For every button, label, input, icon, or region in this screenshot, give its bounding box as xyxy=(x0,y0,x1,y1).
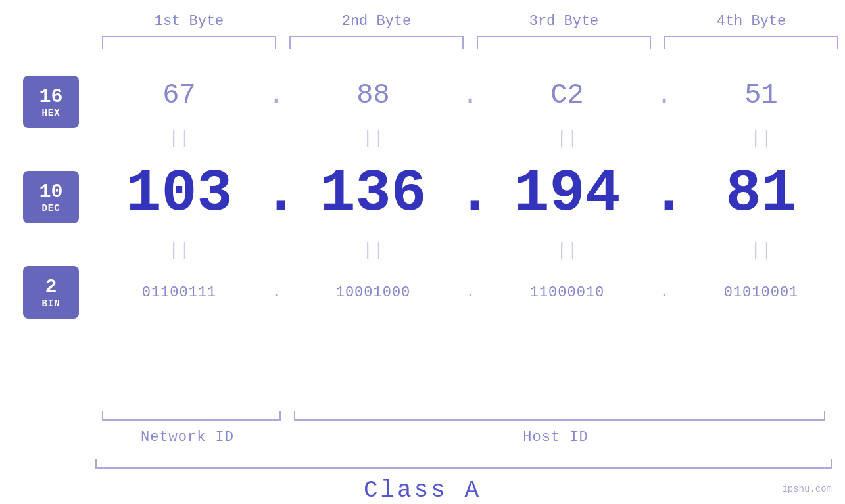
bin-b3: 11000010 xyxy=(483,285,651,301)
hex-row: 67 . 88 . C2 . 51 xyxy=(95,69,845,122)
dec-b1: 103 xyxy=(95,160,263,227)
bin-badge-number: 2 xyxy=(45,277,57,298)
dec-b2: 136 xyxy=(289,160,457,227)
equals-row-1: || || || || xyxy=(95,122,845,154)
byte4-label: 4th Byte xyxy=(658,13,845,30)
hex-badge-label: HEX xyxy=(41,108,60,118)
equals-row-2: || || || || xyxy=(95,233,845,266)
brackets-top-row xyxy=(0,36,845,49)
equals-2: || xyxy=(289,128,457,149)
brackets-bottom-row xyxy=(0,411,845,425)
class-label-row: Class A xyxy=(0,477,845,504)
byte2-label: 2nd Byte xyxy=(283,13,470,30)
bracket-top-1 xyxy=(102,36,276,49)
hex-dot3: . xyxy=(651,80,677,111)
bin-row: 01100111 . 10001000 . 11000010 . 0101000… xyxy=(95,266,845,319)
byte-labels-row: 1st Byte 2nd Byte 3rd Byte 4th Byte xyxy=(0,13,845,30)
dec-dot1: . xyxy=(263,160,289,227)
hex-b3: C2 xyxy=(483,80,651,111)
dec-dot2: . xyxy=(457,160,483,227)
equals-1: || xyxy=(95,128,263,149)
footer-text: ipshu.com xyxy=(782,484,832,494)
badges-column: 16 HEX 10 DEC 2 BIN xyxy=(7,69,95,407)
host-id-label: Host ID xyxy=(279,429,832,455)
hex-badge: 16 HEX xyxy=(23,76,79,128)
dec-b3: 194 xyxy=(483,160,651,227)
dec-badge: 10 DEC xyxy=(23,171,79,223)
equals-4: || xyxy=(677,128,845,149)
hex-dot2: . xyxy=(457,80,483,111)
class-label: Class A xyxy=(364,477,481,504)
bin-b2: 10001000 xyxy=(289,285,457,301)
equals-8: || xyxy=(677,240,845,260)
bin-dot3: . xyxy=(651,285,677,301)
hex-dot1: . xyxy=(263,80,289,111)
byte3-label: 3rd Byte xyxy=(470,13,658,30)
bin-dot1: . xyxy=(263,285,289,301)
bracket-top-3 xyxy=(477,36,651,49)
hex-badge-number: 16 xyxy=(39,86,62,108)
equals-6: || xyxy=(289,240,457,260)
bin-badge-label: BIN xyxy=(41,298,60,309)
bin-b4: 01010001 xyxy=(677,285,845,301)
dec-badge-label: DEC xyxy=(41,203,60,214)
dec-b4: 81 xyxy=(677,160,845,227)
values-area: 67 . 88 . C2 . 51 || || || || 103 xyxy=(95,69,845,407)
dec-row: 103 . 136 . 194 . 81 xyxy=(95,154,845,233)
dec-dot3: . xyxy=(651,160,677,227)
bin-dot2: . xyxy=(457,285,483,301)
hex-b2: 88 xyxy=(289,80,457,111)
id-labels-row: Network ID Host ID xyxy=(0,429,845,455)
byte1-label: 1st Byte xyxy=(95,13,283,30)
bin-badge: 2 BIN xyxy=(23,266,79,319)
content-wrapper: 16 HEX 10 DEC 2 BIN 67 . 88 . C2 . 51 xyxy=(0,69,845,407)
hex-b4: 51 xyxy=(677,80,845,111)
bracket-bottom-host xyxy=(294,411,825,421)
class-bracket xyxy=(95,459,832,469)
bracket-top-4 xyxy=(664,36,838,49)
network-id-label: Network ID xyxy=(95,429,279,455)
hex-b1: 67 xyxy=(95,80,263,111)
equals-3: || xyxy=(483,128,651,149)
bin-b1: 01100111 xyxy=(95,285,263,301)
equals-5: || xyxy=(95,240,263,260)
footer: ipshu.com xyxy=(782,484,832,494)
main-container: 1st Byte 2nd Byte 3rd Byte 4th Byte 16 H… xyxy=(0,0,845,504)
bracket-top-2 xyxy=(289,36,464,49)
equals-7: || xyxy=(483,240,651,260)
dec-badge-number: 10 xyxy=(39,181,62,203)
bracket-bottom-network xyxy=(102,411,281,421)
class-bracket-row xyxy=(0,459,845,472)
